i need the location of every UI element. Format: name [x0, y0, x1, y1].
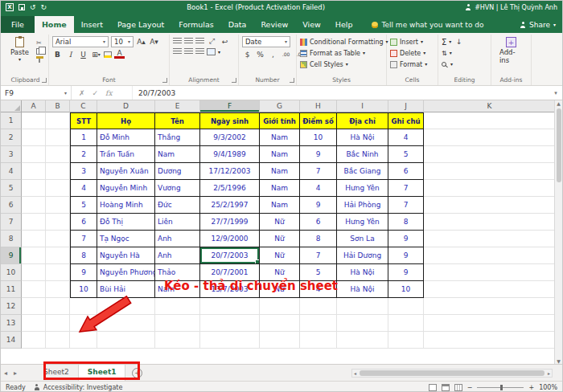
percent-style-icon[interactable]: % — [255, 49, 265, 59]
cell-K10[interactable] — [424, 264, 556, 281]
bold-button[interactable]: B — [52, 49, 63, 59]
merge-center-icon[interactable] — [207, 48, 216, 55]
sheet-tab-sheet1[interactable]: Sheet1 — [79, 365, 126, 381]
cell-C7[interactable]: 6 — [70, 214, 97, 231]
cell-F6[interactable]: 25/2/1997 — [200, 197, 260, 214]
cell-A7[interactable] — [22, 214, 46, 231]
user-account[interactable]: #HVN | Lê Thị Quỳnh Anh — [465, 4, 557, 11]
cell-D7[interactable]: Đỗ Thị — [97, 214, 155, 231]
cell-A4[interactable] — [22, 163, 46, 180]
cell-G9[interactable]: Nữ — [260, 247, 300, 264]
delete-cells-button[interactable]: Delete ▾ — [390, 47, 434, 59]
italic-button[interactable]: I — [65, 49, 76, 59]
cell-F8[interactable]: 12/9/2000 — [200, 231, 260, 247]
column-header-I[interactable]: I — [337, 100, 388, 112]
orientation-icon[interactable]: ⤢ — [207, 36, 217, 47]
save-icon[interactable] — [18, 4, 25, 10]
cell-H13[interactable] — [300, 315, 337, 332]
font-name-select[interactable]: Arial ▾ — [52, 36, 109, 47]
cell-A1[interactable] — [22, 112, 46, 129]
font-dialog-launcher-icon[interactable] — [162, 78, 167, 83]
cell-J3[interactable]: 5 — [388, 146, 424, 163]
tab-help[interactable]: Help — [328, 16, 360, 33]
previous-sheet-icon[interactable]: ◂ — [1, 370, 10, 377]
cell-E2[interactable]: Thắng — [155, 129, 200, 146]
cell-E14[interactable] — [155, 332, 200, 349]
cell-J12[interactable] — [388, 298, 424, 315]
cell-B4[interactable] — [46, 163, 70, 180]
column-header-F[interactable]: F — [200, 100, 260, 112]
cell-E3[interactable]: Nam — [155, 146, 200, 163]
cell-A14[interactable] — [22, 332, 46, 349]
cell-F9[interactable]: 20/7/2003 — [200, 247, 260, 264]
column-header-G[interactable]: G — [260, 100, 300, 112]
cell-J6[interactable]: 7 — [388, 197, 424, 214]
cell-B6[interactable] — [46, 197, 70, 214]
cell-I12[interactable] — [337, 298, 388, 315]
number-dialog-launcher-icon[interactable] — [290, 78, 294, 83]
cell-A2[interactable] — [22, 129, 46, 146]
cell-G2[interactable]: Nam — [260, 129, 300, 146]
cell-G3[interactable]: Nam — [260, 146, 300, 163]
column-header-C[interactable]: C — [70, 100, 97, 112]
cell-I1[interactable]: Địa chỉ — [337, 112, 388, 129]
cell-C9[interactable]: 8 — [70, 247, 97, 264]
cell-B7[interactable] — [46, 214, 70, 231]
zoom-slider-thumb[interactable] — [500, 385, 503, 390]
cell-I14[interactable] — [337, 332, 388, 349]
tab-review[interactable]: Review — [253, 16, 295, 33]
cell-K2[interactable] — [424, 129, 556, 146]
column-header-A[interactable]: A — [22, 100, 46, 112]
page-layout-view-icon[interactable] — [442, 384, 450, 391]
cell-G13[interactable] — [260, 315, 300, 332]
autosum-button[interactable]: Σ ▾ ↓ — [442, 36, 487, 47]
scroll-up-icon[interactable]: ▲ — [557, 100, 561, 106]
cell-F14[interactable] — [200, 332, 260, 349]
row-header-3[interactable]: 3 — [1, 146, 22, 163]
cancel-icon[interactable]: ✗ — [79, 89, 85, 97]
cell-J11[interactable]: 10 — [388, 281, 424, 298]
cell-C4[interactable]: 3 — [70, 163, 97, 180]
tab-page-layout[interactable]: Page Layout — [110, 16, 171, 33]
cell-B11[interactable] — [46, 281, 70, 298]
cell-F13[interactable] — [200, 315, 260, 332]
font-size-select[interactable]: 10 ▾ — [111, 36, 134, 47]
cell-G4[interactable]: Nam — [260, 163, 300, 180]
cell-I11[interactable]: Hà Nội — [337, 281, 388, 298]
row-header-9[interactable]: 9 — [1, 247, 22, 264]
cell-J9[interactable]: 9 — [388, 247, 424, 264]
cell-D10[interactable]: Nguyễn Phương — [97, 264, 155, 281]
addins-button[interactable]: Add-ins — [495, 36, 528, 65]
cell-J1[interactable]: Ghi chú — [388, 112, 424, 129]
cell-J8[interactable]: 9 — [388, 231, 424, 247]
cell-G14[interactable] — [260, 332, 300, 349]
font-color-icon[interactable]: A — [114, 50, 125, 59]
cell-A5[interactable] — [22, 180, 46, 197]
column-header-E[interactable]: E — [155, 100, 200, 112]
cell-K1[interactable] — [424, 112, 556, 129]
fill-icon[interactable]: ↓ — [454, 37, 464, 47]
cell-B2[interactable] — [46, 129, 70, 146]
cell-B1[interactable] — [46, 112, 70, 129]
cell-A10[interactable] — [22, 264, 46, 281]
cell-B13[interactable] — [46, 315, 70, 332]
cell-F7[interactable]: 27/7/1999 — [200, 214, 260, 231]
row-header-4[interactable]: 4 — [1, 163, 22, 180]
cell-E13[interactable] — [155, 315, 200, 332]
column-header-H[interactable]: H — [300, 100, 337, 112]
cell-K12[interactable] — [424, 298, 556, 315]
cell-G1[interactable]: Giới tính — [260, 112, 300, 129]
tell-me-box[interactable]: Tell me what you want to do — [372, 21, 484, 33]
cell-A8[interactable] — [22, 231, 46, 247]
page-break-view-icon[interactable] — [454, 384, 462, 391]
cell-I2[interactable]: Hà Nội — [337, 129, 388, 146]
cell-A6[interactable] — [22, 197, 46, 214]
cell-I6[interactable]: Hải Phòng — [337, 197, 388, 214]
cell-A13[interactable] — [22, 315, 46, 332]
cell-K14[interactable] — [424, 332, 556, 349]
cell-C5[interactable]: 4 — [70, 180, 97, 197]
formula-input[interactable]: 20/7/2003 — [133, 86, 549, 100]
cell-J2[interactable]: 4 — [388, 129, 424, 146]
cell-A3[interactable] — [22, 146, 46, 163]
cell-D4[interactable]: Nguyễn Xuân — [97, 163, 155, 180]
